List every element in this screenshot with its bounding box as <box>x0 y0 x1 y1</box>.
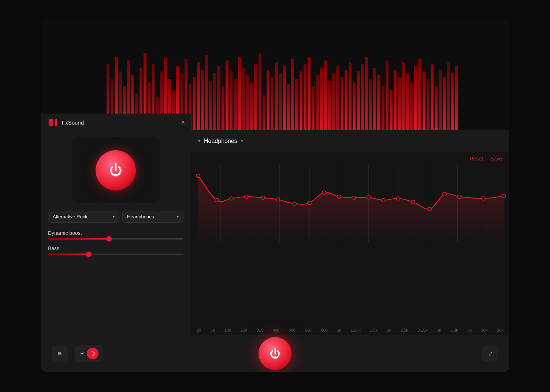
spectrum-bar <box>373 68 376 130</box>
device-dropdown[interactable]: Headphones ▾ <box>122 211 183 223</box>
dynamic-boost-thumb[interactable] <box>107 236 112 241</box>
spectrum-bar <box>226 60 228 130</box>
spectrum-bar <box>279 73 282 130</box>
spectrum-bar <box>394 70 397 130</box>
spectrum-bar <box>259 53 261 130</box>
spectrum-bar <box>443 77 446 130</box>
moon-icon[interactable]: ☽ <box>87 348 99 359</box>
eq-control-point[interactable] <box>428 207 431 211</box>
spectrum-bar <box>341 77 343 130</box>
spectrum-bar <box>386 60 389 130</box>
save-button[interactable]: Save <box>490 156 502 162</box>
genre-dropdown[interactable]: Alternative Rock ▾ <box>48 211 119 223</box>
dynamic-boost-fill <box>48 238 109 240</box>
bass-row: Bass <box>48 245 183 255</box>
eq-output-name: Headphones <box>204 138 237 144</box>
menu-icon: ≡ <box>58 350 62 357</box>
freq-label: 1k <box>337 328 342 332</box>
eq-control-point[interactable] <box>215 199 219 202</box>
freq-label: 250 <box>241 328 247 332</box>
genre-chevron-icon: ▾ <box>113 215 115 219</box>
freq-label: 8k <box>467 328 472 332</box>
reset-button[interactable]: Reset <box>470 156 483 162</box>
spectrum-bar <box>365 57 368 130</box>
spectrum-bar <box>205 55 208 130</box>
eq-control-point[interactable] <box>482 197 485 200</box>
spectrum-bar <box>332 73 335 130</box>
logo-area: ▐▌▌ FxSound <box>47 119 84 126</box>
bottom-power-icon: ⏻ <box>270 347 280 360</box>
eq-control-point[interactable] <box>230 197 233 200</box>
spectrum-bar <box>250 82 253 130</box>
spectrum-bar <box>414 66 417 130</box>
bass-label: Bass <box>48 245 183 251</box>
eq-control-point[interactable] <box>367 196 371 199</box>
eq-control-point[interactable] <box>196 174 200 178</box>
spectrum-bar <box>283 66 286 130</box>
power-circle-bg: ⏻ <box>72 137 160 203</box>
bottom-power-button[interactable]: ⏻ <box>259 337 291 370</box>
eq-output-selector[interactable]: ▾ Headphones ▾ <box>198 138 243 144</box>
eq-control-point[interactable] <box>261 196 265 200</box>
device-chevron-icon: ▾ <box>177 215 179 219</box>
freq-label: 100 <box>224 328 231 332</box>
eq-container <box>191 165 509 325</box>
right-panel: ▾ Headphones ▾ Reset Save <box>191 130 509 335</box>
spectrum-bar <box>377 75 380 130</box>
spectrum-bar <box>246 75 249 130</box>
eq-control-point[interactable] <box>443 192 446 196</box>
theme-toggle[interactable]: ☀ ☽ <box>75 345 103 362</box>
dropdowns-row: Alternative Rock ▾ Headphones ▾ <box>48 211 183 223</box>
main-content: ⏻ Alternative Rock ▾ Headphones ▾ Dynami… <box>41 130 509 335</box>
dynamic-boost-track[interactable] <box>48 238 183 240</box>
expand-icon: ⤢ <box>488 350 493 357</box>
spectrum-bar <box>439 70 442 130</box>
eq-control-point[interactable] <box>382 199 385 202</box>
spectrum-bar <box>234 79 237 130</box>
freq-label: 800 <box>321 328 328 332</box>
eq-control-point[interactable] <box>245 195 248 199</box>
spectrum-bar <box>304 64 306 130</box>
spectrum-bar <box>451 73 454 130</box>
eq-control-point[interactable] <box>411 200 415 204</box>
menu-button[interactable]: ≡ <box>52 345 68 362</box>
eq-control-point[interactable] <box>322 191 326 195</box>
main-power-button[interactable]: ⏻ <box>96 150 136 191</box>
eq-curve-svg <box>191 165 509 242</box>
power-icon: ⏻ <box>109 163 122 178</box>
eq-control-point[interactable] <box>352 196 356 200</box>
spectrum-bar <box>267 70 270 130</box>
bass-track[interactable] <box>48 254 183 255</box>
spectrum-bar <box>275 62 278 130</box>
bass-fill <box>48 254 89 255</box>
spectrum-bar <box>271 77 274 130</box>
eq-control-point[interactable] <box>337 195 341 199</box>
freq-label: 630 <box>305 328 312 332</box>
spectrum-bar <box>316 75 319 130</box>
spectrum-bar <box>369 79 372 130</box>
spectrum-bar <box>295 79 298 130</box>
expand-button[interactable]: ⤢ <box>482 345 498 362</box>
output-right-chevron-icon: ▾ <box>241 138 243 144</box>
spectrum-bar <box>336 66 339 130</box>
spectrum-bar <box>193 77 196 130</box>
eq-control-point[interactable] <box>502 194 506 198</box>
spectrum-bar <box>308 57 311 130</box>
spectrum-bar <box>418 59 421 130</box>
eq-control-point[interactable] <box>293 202 296 206</box>
spectrum-bar <box>402 62 405 130</box>
bass-thumb[interactable] <box>86 252 91 257</box>
close-button[interactable]: × <box>181 119 185 126</box>
spectrum-bar <box>423 71 425 130</box>
bottom-bar: ≡ ☀ ☽ ⏻ ⤢ <box>41 335 509 372</box>
spectrum-bar <box>406 73 409 130</box>
freq-label: 500 <box>289 328 296 332</box>
eq-control-point[interactable] <box>276 198 280 201</box>
eq-reset-save: Reset Save <box>191 152 509 165</box>
spectrum-bar <box>390 90 393 130</box>
eq-control-point[interactable] <box>396 197 400 200</box>
logo-icon: ▐▌▌ <box>47 119 59 126</box>
sliders-section: Dynamic boost Bass <box>48 230 183 261</box>
eq-control-point[interactable] <box>308 201 311 205</box>
eq-control-point[interactable] <box>457 195 461 199</box>
